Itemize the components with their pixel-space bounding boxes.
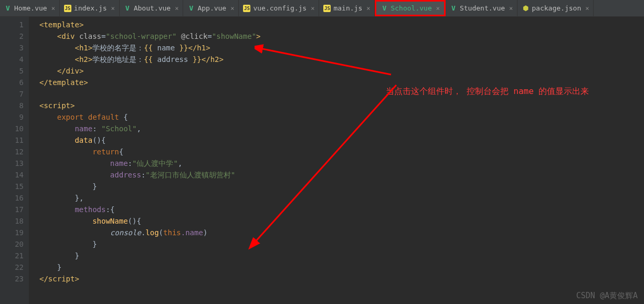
line-number: 6 (0, 77, 24, 88)
code-line: <script> (39, 100, 644, 111)
code-line: </div> (39, 65, 644, 77)
tab-vueconfig[interactable]: JS vue.config.js × (239, 0, 319, 16)
code-line: name: "School", (39, 123, 644, 134)
line-number: 14 (0, 169, 24, 181)
line-number: 8 (0, 100, 24, 111)
line-number: 18 (0, 215, 24, 227)
line-gutter: 1 2 3 4 5 6 7 8 9 10 11 12 13 14 15 16 1… (0, 17, 29, 304)
code-line: data(){ (39, 134, 644, 146)
line-number: 10 (0, 123, 24, 134)
code-line: showName(){ (39, 215, 644, 227)
line-number: 9 (0, 111, 24, 123)
tab-app[interactable]: V App.vue × (183, 0, 239, 16)
code-line: return{ (39, 146, 644, 158)
line-number: 17 (0, 204, 24, 215)
code-line: } (39, 250, 644, 261)
close-icon[interactable]: × (436, 5, 440, 12)
vue-icon: V (187, 5, 195, 12)
code-line: address:"老河口市仙人渡镇胡营村" (39, 169, 644, 181)
code-line: name:"仙人渡中学", (39, 158, 644, 169)
code-area[interactable]: <template> <div class="school-wrapper" @… (29, 17, 644, 304)
tab-label: Home.vue (14, 4, 47, 12)
close-icon[interactable]: × (311, 5, 314, 12)
vue-icon: V (381, 5, 388, 12)
line-number: 11 (0, 134, 24, 146)
line-number: 13 (0, 158, 24, 169)
close-icon[interactable]: × (51, 5, 55, 12)
watermark: CSDN @A黄俊辉A (576, 291, 638, 301)
line-number: 1 (0, 19, 24, 30)
line-number: 22 (0, 261, 24, 273)
line-number: 2 (0, 30, 24, 42)
code-line: <div class="school-wrapper" @click="show… (39, 30, 644, 42)
code-line: } (39, 238, 644, 250)
code-line: </script> (39, 273, 644, 285)
tab-home[interactable]: V Home.vue × (0, 0, 60, 16)
close-icon[interactable]: × (366, 5, 370, 12)
code-line: console.log(this.name) (39, 227, 644, 238)
tab-label: vue.config.js (253, 4, 307, 12)
code-line: } (39, 181, 644, 192)
line-number: 12 (0, 146, 24, 158)
line-number: 21 (0, 250, 24, 261)
tab-student[interactable]: V Student.vue × (446, 0, 518, 16)
tab-label: App.vue (197, 4, 226, 12)
tab-label: School.vue (390, 4, 431, 12)
close-icon[interactable]: × (230, 5, 234, 12)
tab-school[interactable]: V School.vue × (375, 0, 446, 16)
tab-index[interactable]: JS index.js × (60, 0, 120, 16)
code-line: <h1>学校的名字是：{{ name }}</h1> (39, 42, 644, 54)
vue-icon: V (4, 5, 12, 12)
js-icon: JS (323, 5, 331, 12)
editor: 1 2 3 4 5 6 7 8 9 10 11 12 13 14 15 16 1… (0, 17, 644, 304)
json-icon: ⬢ (522, 5, 529, 12)
tab-package[interactable]: ⬢ package.json × (518, 0, 594, 16)
line-number: 4 (0, 54, 24, 65)
js-icon: JS (64, 5, 71, 12)
line-number: 5 (0, 65, 24, 77)
tab-about[interactable]: V About.vue × (120, 0, 184, 16)
close-icon[interactable]: × (175, 5, 178, 12)
code-line: methods:{ (39, 204, 644, 215)
close-icon[interactable]: × (585, 5, 589, 12)
tab-label: Student.vue (460, 4, 505, 12)
tab-bar: V Home.vue × JS index.js × V About.vue ×… (0, 0, 644, 17)
code-line: export default { (39, 111, 644, 123)
tab-label: package.json (532, 4, 581, 12)
close-icon[interactable]: × (509, 5, 513, 12)
code-line: <h2>学校的地址是：{{ address }}</h2> (39, 54, 644, 65)
line-number: 23 (0, 273, 24, 285)
line-number: 7 (0, 88, 24, 100)
line-number: 19 (0, 227, 24, 238)
line-number: 3 (0, 42, 24, 54)
tab-label: About.vue (134, 4, 171, 12)
tab-label: main.js (333, 4, 362, 12)
code-line: }, (39, 192, 644, 204)
line-number: 20 (0, 238, 24, 250)
tab-main[interactable]: JS main.js × (319, 0, 375, 16)
vue-icon: V (124, 5, 131, 12)
js-icon: JS (243, 5, 250, 12)
annotation-text: 当点击这个组件时， 控制台会把 name 的值显示出来 (386, 85, 606, 98)
line-number: 15 (0, 181, 24, 192)
vue-icon: V (450, 5, 457, 12)
code-line: <template> (39, 19, 644, 30)
line-number: 16 (0, 192, 24, 204)
tab-label: index.js (74, 4, 107, 12)
close-icon[interactable]: × (111, 5, 114, 12)
code-line: } (39, 261, 644, 273)
